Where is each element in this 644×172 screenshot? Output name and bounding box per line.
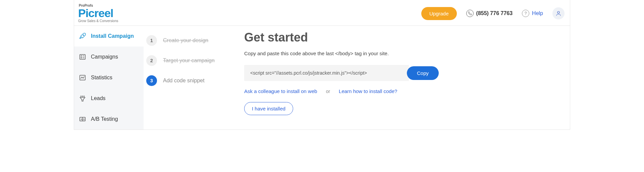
sidebar-item-leads[interactable]: Leads	[74, 88, 144, 109]
copy-button[interactable]: Copy	[407, 66, 439, 80]
svg-text:B: B	[83, 118, 85, 121]
ask-colleague-link[interactable]: Ask a colleague to install on web	[244, 88, 317, 94]
phone-number: (855) 776 7763	[476, 10, 513, 16]
step-number: 1	[146, 35, 157, 46]
step-add-code[interactable]: 3 Add code snippet	[146, 71, 241, 91]
step-number: 2	[146, 55, 157, 66]
rocket-icon	[79, 32, 86, 40]
main-content: Get started Copy and paste this code abo…	[244, 26, 570, 130]
svg-point-10	[84, 96, 85, 97]
step-label: Create your design	[163, 37, 208, 44]
code-snippet[interactable]: <script src="//assets.pcrl.co/js/jstrack…	[244, 65, 409, 81]
step-target-campaign[interactable]: 2 Target your campaign	[146, 51, 241, 71]
svg-point-0	[557, 11, 559, 13]
logo-subtitle: Grow Sales & Conversions	[78, 19, 118, 23]
logo[interactable]: ProProfs Picreel Grow Sales & Conversion…	[78, 4, 118, 23]
help-icon: ?	[522, 10, 529, 17]
svg-point-5	[81, 58, 82, 58]
sidebar-item-label: Campaigns	[91, 54, 118, 60]
page-description: Copy and paste this code above the last …	[244, 51, 570, 56]
svg-text:A: A	[81, 118, 83, 121]
page-title: Get started	[244, 30, 570, 45]
sidebar-item-label: A/B Testing	[91, 116, 118, 122]
svg-rect-2	[80, 55, 86, 60]
body: Install Campaign Campaigns Statistics Le…	[74, 26, 570, 130]
sidebar-item-campaigns[interactable]: Campaigns	[74, 47, 144, 67]
i-have-installed-button[interactable]: I have installed	[244, 102, 293, 115]
step-label: Target your campaign	[163, 58, 215, 64]
code-row: <script src="//assets.pcrl.co/js/jstrack…	[244, 65, 439, 81]
svg-point-8	[81, 96, 82, 97]
campaigns-icon	[79, 53, 86, 61]
sidebar-item-label: Install Campaign	[91, 33, 134, 39]
sidebar-item-statistics[interactable]: Statistics	[74, 67, 144, 88]
sidebar: Install Campaign Campaigns Statistics Le…	[74, 26, 144, 130]
logo-main: Picreel	[78, 7, 118, 19]
header: ProProfs Picreel Grow Sales & Conversion…	[74, 0, 570, 26]
header-right: Upgrade (855) 776 7763 ? Help	[421, 7, 565, 20]
user-avatar[interactable]	[552, 7, 565, 19]
sidebar-item-label: Statistics	[91, 75, 112, 81]
steps-column: 1 Create your design 2 Target your campa…	[144, 26, 244, 130]
step-number: 3	[146, 75, 157, 86]
user-icon	[555, 10, 561, 16]
help-link[interactable]: ? Help	[522, 10, 543, 17]
links-row: Ask a colleague to install on web or Lea…	[244, 88, 570, 94]
help-label: Help	[532, 10, 543, 16]
sidebar-item-install-campaign[interactable]: Install Campaign	[74, 26, 144, 47]
statistics-icon	[79, 74, 86, 81]
leads-icon	[79, 95, 86, 102]
sidebar-item-label: Leads	[91, 95, 106, 101]
svg-point-9	[82, 96, 83, 97]
ab-testing-icon: AB	[79, 115, 86, 123]
svg-point-1	[83, 35, 84, 35]
upgrade-button[interactable]: Upgrade	[421, 7, 457, 20]
or-separator: or	[326, 89, 330, 94]
learn-install-link[interactable]: Learn how to install code?	[339, 88, 397, 94]
step-create-design[interactable]: 1 Create your design	[146, 30, 241, 51]
svg-point-3	[81, 56, 82, 56]
sidebar-item-ab-testing[interactable]: AB A/B Testing	[74, 109, 144, 130]
step-label: Add code snippet	[163, 78, 205, 84]
phone-contact[interactable]: (855) 776 7763	[466, 10, 513, 17]
phone-icon	[466, 10, 474, 17]
